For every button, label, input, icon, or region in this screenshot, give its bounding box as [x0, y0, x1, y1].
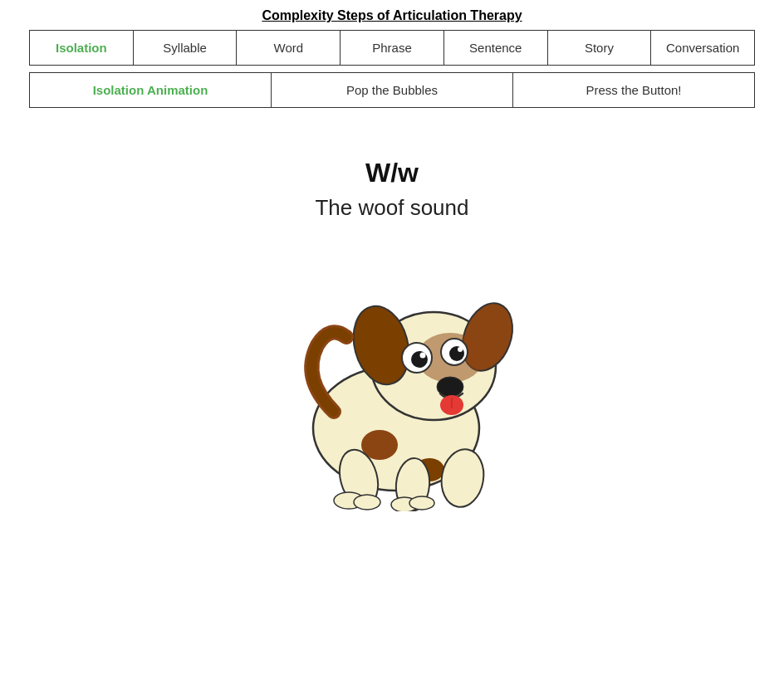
- subtab-isolation-animation[interactable]: Isolation Animation: [30, 73, 272, 107]
- page-wrapper: Complexity Steps of Articulation Therapy…: [0, 0, 784, 511]
- tab-phrase[interactable]: Phrase: [341, 31, 444, 65]
- subtab-pop-bubbles[interactable]: Pop the Bubbles: [272, 73, 513, 107]
- sound-title: W/w: [365, 158, 419, 188]
- sub-tabs: Isolation Animation Pop the Bubbles Pres…: [29, 72, 755, 108]
- dog-svg: [251, 254, 533, 511]
- svg-point-20: [354, 495, 380, 510]
- svg-point-9: [420, 353, 426, 359]
- tab-syllable[interactable]: Syllable: [134, 31, 238, 65]
- tab-word[interactable]: Word: [237, 31, 341, 65]
- svg-point-10: [458, 347, 463, 352]
- tab-sentence[interactable]: Sentence: [444, 31, 548, 65]
- subtab-press-button[interactable]: Press the Button!: [513, 73, 754, 107]
- tab-isolation[interactable]: Isolation: [30, 31, 134, 65]
- page-title: Complexity Steps of Articulation Therapy: [262, 8, 522, 22]
- nav-tabs: Isolation Syllable Word Phrase Sentence …: [29, 30, 755, 66]
- svg-point-7: [411, 351, 428, 368]
- main-content: W/w The woof sound: [0, 108, 784, 511]
- tab-story[interactable]: Story: [548, 31, 652, 65]
- tab-conversation[interactable]: Conversation: [651, 31, 754, 65]
- page-title-container: Complexity Steps of Articulation Therapy: [0, 0, 784, 30]
- sound-subtitle: The woof sound: [315, 195, 468, 221]
- dog-illustration: [251, 254, 533, 511]
- svg-point-22: [409, 496, 434, 510]
